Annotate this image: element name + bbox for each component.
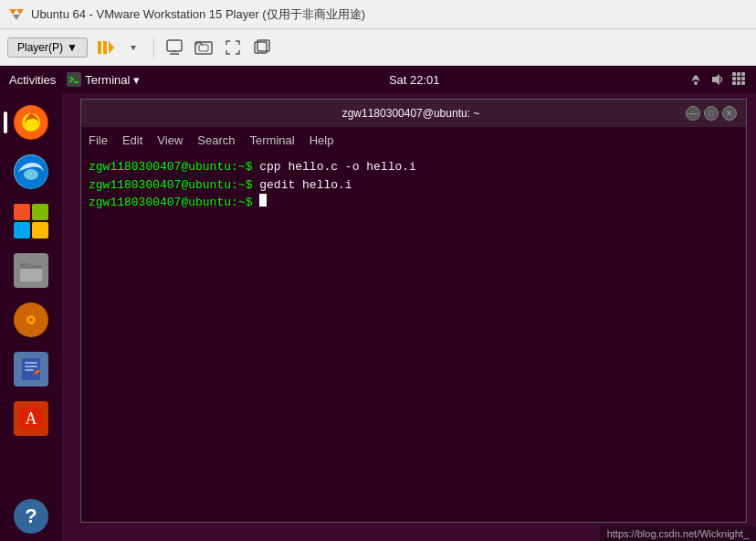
terminal-menu-help[interactable]: Help <box>310 133 334 147</box>
dock-item-files[interactable] <box>9 249 53 292</box>
dock-item-ms[interactable] <box>9 199 53 243</box>
topbar-app-indicator: Terminal ▾ <box>67 72 140 87</box>
vmware-window-title: Ubuntu 64 - VMware Workstation 15 Player… <box>31 6 365 23</box>
ubuntu-bottombar: https://blog.csdn.net/Wicknight_ <box>600 526 756 541</box>
fullscreen-icon[interactable] <box>220 35 246 60</box>
terminal-prompt-1: zgw1180300407@ubuntu:~$ <box>89 158 252 176</box>
writer-icon <box>14 352 48 387</box>
player-dropdown-arrow: ▼ <box>67 41 78 54</box>
ubuntu-dock: A ? <box>0 93 62 541</box>
terminal-content[interactable]: zgw1180300407@ubuntu:~$ cpp hello.c -o h… <box>81 153 746 522</box>
terminal-line-2: zgw1180300407@ubuntu:~$ gedit hello.i <box>89 176 739 195</box>
terminal-prompt-3: zgw1180300407@ubuntu:~$ <box>89 194 252 212</box>
svg-point-16 <box>694 81 698 85</box>
svg-marker-0 <box>9 9 16 15</box>
svg-marker-1 <box>16 9 24 15</box>
svg-rect-7 <box>167 40 182 51</box>
terminal-minimize-button[interactable]: — <box>686 106 700 121</box>
terminal-window[interactable]: zgw1180300407@ubuntu: ~ — □ ✕ File Edit … <box>80 99 747 523</box>
terminal-title: zgw1180300407@ubuntu: ~ <box>136 107 686 120</box>
network-icon <box>688 72 703 87</box>
player-label: Player(P) <box>17 41 63 54</box>
screenshot-icon[interactable] <box>191 35 216 60</box>
pause-dropdown-icon[interactable] <box>121 35 146 60</box>
svg-point-21 <box>24 169 38 180</box>
terminal-line-1: zgw1180300407@ubuntu:~$ cpp hello.c -o h… <box>89 158 739 176</box>
svg-marker-2 <box>13 15 20 20</box>
dock-item-sound[interactable] <box>9 298 53 342</box>
resize-icon[interactable] <box>249 35 275 60</box>
terminal-menu-view[interactable]: View <box>157 133 183 147</box>
player-menu-button[interactable]: Player(P) ▼ <box>7 37 88 58</box>
terminal-window-buttons: — □ ✕ <box>686 106 737 121</box>
dock-item-writer[interactable] <box>9 347 53 391</box>
terminal-menubar: File Edit View Search Terminal Help <box>81 127 746 153</box>
help-question-mark: ? <box>25 504 37 528</box>
topbar-app-name: Terminal <box>85 73 130 87</box>
software-icon: A <box>14 401 48 436</box>
svg-rect-23 <box>20 263 29 269</box>
svg-rect-11 <box>199 45 208 51</box>
terminal-menu-file[interactable]: File <box>89 133 108 147</box>
topbar-right <box>688 72 747 87</box>
terminal-app-icon <box>67 72 81 87</box>
terminal-menu-search[interactable]: Search <box>197 133 235 147</box>
svg-point-26 <box>29 318 33 322</box>
files-icon <box>14 253 48 288</box>
toolbar-separator-1 <box>153 37 154 58</box>
terminal-close-button[interactable]: ✕ <box>722 106 737 121</box>
svg-rect-10 <box>195 42 212 54</box>
svg-rect-3 <box>98 41 101 54</box>
terminal-prompt-2: zgw1180300407@ubuntu:~$ <box>89 176 252 195</box>
terminal-line-3: zgw1180300407@ubuntu:~$ <box>89 194 739 212</box>
ubuntu-topbar: Activities Terminal ▾ Sat 22:01 <box>0 66 756 93</box>
vm-settings-icon[interactable] <box>162 35 187 60</box>
svg-rect-28 <box>25 362 37 364</box>
terminal-cursor <box>259 194 267 207</box>
ubuntu-screen[interactable]: Activities Terminal ▾ Sat 22:01 <box>0 66 756 541</box>
vmware-toolbar: Player(P) ▼ <box>0 29 756 66</box>
vmware-titlebar: Ubuntu 64 - VMware Workstation 15 Player… <box>0 0 756 29</box>
pause-icon[interactable] <box>91 35 117 60</box>
terminal-cmd-2: gedit hello.i <box>252 176 352 195</box>
vmware-logo-icon <box>7 5 26 24</box>
svg-marker-5 <box>109 41 114 54</box>
svg-rect-29 <box>25 366 37 367</box>
activities-button[interactable]: Activities <box>9 73 56 87</box>
svg-text:A: A <box>26 409 37 428</box>
terminal-menu-terminal[interactable]: Terminal <box>250 133 295 147</box>
bottom-url: https://blog.csdn.net/Wicknight_ <box>607 528 749 539</box>
svg-rect-30 <box>25 369 34 371</box>
dock-item-thunderbird[interactable] <box>9 150 53 194</box>
thunderbird-icon <box>14 154 48 189</box>
svg-marker-17 <box>712 74 719 85</box>
svg-rect-4 <box>103 41 107 54</box>
dock-item-software[interactable]: A <box>9 397 53 440</box>
terminal-cmd-1: cpp hello.c -o hello.i <box>252 158 415 176</box>
svg-marker-6 <box>131 46 136 50</box>
firefox-icon <box>14 105 48 140</box>
topbar-clock: Sat 22:01 <box>389 73 440 87</box>
sound-icon <box>710 72 725 87</box>
topbar-app-arrow: ▾ <box>133 73 140 87</box>
dock-item-help[interactable]: ? <box>14 499 48 534</box>
topbar-left: Activities Terminal ▾ <box>9 72 140 87</box>
sound-icon <box>14 302 48 337</box>
terminal-menu-edit[interactable]: Edit <box>122 133 142 147</box>
terminal-maximize-button[interactable]: □ <box>704 106 719 121</box>
ms-icon <box>14 204 48 239</box>
terminal-cmd-3 <box>252 194 259 212</box>
topbar-time: Sat 22:01 <box>389 73 440 87</box>
dock-item-firefox[interactable] <box>9 101 53 144</box>
terminal-titlebar: zgw1180300407@ubuntu: ~ — □ ✕ <box>81 100 746 127</box>
system-menu-icon[interactable] <box>732 72 747 87</box>
